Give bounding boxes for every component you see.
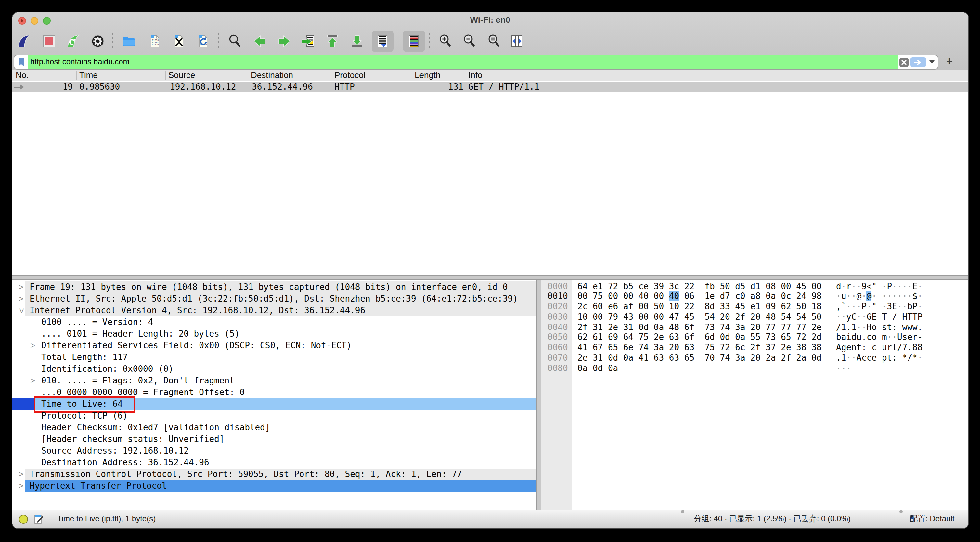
detail-row[interactable]: >Frame 19: 131 bytes on wire (1048 bits)… [12,281,536,293]
hex-row[interactable]: 00800a 0d 0a··· [541,363,968,374]
go-first-packet-icon[interactable] [325,33,340,48]
detail-row[interactable]: >Hypertext Transfer Protocol [12,480,536,492]
detail-row-text: Destination Address: 36.152.44.96 [41,456,209,468]
stop-capture-icon[interactable] [41,33,57,48]
expand-arrow-icon[interactable]: > [19,281,23,293]
display-filter-field[interactable]: http.host contains baidu.com [13,55,938,70]
column-separator[interactable] [165,70,166,80]
packet-cell-length: 131 [411,81,463,92]
column-header-source[interactable]: Source [168,70,195,81]
column-separator[interactable] [411,70,411,80]
packet-list-header[interactable]: No.TimeSourceDestinationProtocolLengthIn… [12,70,968,81]
go-forward-icon[interactable] [277,33,291,48]
go-to-packet-icon[interactable] [301,33,315,48]
detail-row-text: 010. .... = Flags: 0x2, Don't fragment [41,375,235,386]
hex-row[interactable]: 001000 75 00 00 40 00 40 06 1e d7 c0 a8 … [541,291,968,302]
close-file-icon[interactable] [171,33,186,48]
selection-branch-highlight [12,398,35,410]
filter-clear-button[interactable] [899,57,908,67]
column-separator[interactable] [465,70,465,80]
hex-row[interactable]: 005062 61 69 64 75 2e 63 6f 6d 0d 0a 55 … [541,332,968,343]
hex-bytes: 2f 31 2e 31 0d 0a 48 6f 73 74 3a 20 77 7… [578,322,822,332]
column-separator[interactable] [76,70,77,80]
column-header-time[interactable]: Time [79,70,98,81]
column-header-length[interactable]: Length [415,70,441,81]
detail-row[interactable]: Identification: 0x0000 (0) [12,363,536,375]
detail-row[interactable]: >Ethernet II, Src: Apple_50:d5:d1 (3c:22… [12,293,536,304]
column-header-info[interactable]: Info [468,70,482,81]
go-back-icon[interactable] [252,33,267,48]
hex-row[interactable]: 000064 e1 72 b5 ce 39 3c 22 fb 50 d5 d1 … [541,281,968,291]
packet-cell-info: GET / HTTP/1.1 [468,81,539,92]
hex-row[interactable]: 00202c 60 e6 af 00 50 10 22 8d 33 45 e1 … [541,302,968,312]
detail-row[interactable]: >Differentiated Services Field: 0x00 (DS… [12,340,536,351]
expand-arrow-icon[interactable]: > [19,468,23,480]
column-header-no[interactable]: No. [16,70,29,81]
expand-arrow-icon[interactable]: > [19,480,23,492]
open-file-icon[interactable] [121,33,137,48]
filter-input[interactable]: http.host contains baidu.com [28,55,898,69]
detail-row[interactable]: Protocol: TCP (6) [12,410,536,421]
start-capture-icon[interactable] [16,33,31,48]
find-packet-icon[interactable] [228,33,242,48]
hex-offset: 0030 [547,312,568,322]
auto-scroll-icon[interactable] [371,30,393,52]
go-last-packet-icon[interactable] [349,33,364,48]
colorize-packets-icon[interactable] [402,30,425,52]
detail-row[interactable]: Total Length: 117 [12,351,536,363]
detail-row[interactable]: Header Checksum: 0x1ed7 [validation disa… [12,421,536,433]
detail-row[interactable]: Destination Address: 36.152.44.96 [12,456,536,468]
packet-details-pane[interactable]: >Frame 19: 131 bytes on wire (1048 bits)… [12,280,536,510]
collapse-arrow-icon[interactable]: > [15,308,27,313]
detail-row[interactable]: 0100 .... = Version: 4 [12,316,536,328]
detail-row[interactable]: >Internet Protocol Version 4, Src: 192.1… [12,304,536,316]
column-separator[interactable] [250,70,250,80]
hex-ascii: ··yC··GE T / HTTP [836,312,923,322]
detail-row[interactable]: >010. .... = Flags: 0x2, Don't fragment [12,375,536,386]
filter-dropdown-arrow[interactable] [929,60,934,64]
capture-options-icon[interactable] [90,33,105,48]
packet-cell-destination: 36.152.44.96 [252,81,313,92]
hex-row[interactable]: 003010 00 79 43 00 00 47 45 54 20 2f 20 … [541,312,968,322]
hex-ascii: ··· [836,363,851,374]
svg-text:01110: 01110 [152,43,158,46]
zoom-out-icon[interactable] [462,33,477,48]
packet-cell-protocol: HTTP [334,81,355,92]
toolbar-separator [113,33,113,49]
expand-arrow-icon[interactable]: > [30,375,35,386]
expand-arrow-icon[interactable]: > [19,293,23,304]
detail-row-text: Protocol: TCP (6) [41,410,128,421]
hex-offset: 0010 [547,291,568,302]
filter-add-button[interactable]: + [943,54,955,68]
expand-arrow-icon[interactable]: > [30,340,35,351]
save-file-icon[interactable]: 010100110101110 [147,33,162,48]
hex-dump-pane[interactable]: 000064 e1 72 b5 ce 39 3c 22 fb 50 d5 d1 … [541,280,968,510]
horizontal-splitter[interactable] [12,275,968,280]
hex-bytes: 2c 60 e6 af 00 50 10 22 8d 33 45 e1 09 6… [578,302,822,312]
filter-apply-button[interactable] [910,57,926,67]
hex-row[interactable]: 00402f 31 2e 31 0d 0a 48 6f 73 74 3a 20 … [541,322,968,332]
zoom-original-icon[interactable] [487,33,501,48]
hex-row[interactable]: 006041 67 65 6e 74 3a 20 63 75 72 6c 2f … [541,342,968,353]
detail-row[interactable]: .... 0101 = Header Length: 20 bytes (5) [12,328,536,340]
packet-row[interactable]: 190.985630192.168.10.1236.152.44.96HTTP1… [12,81,968,92]
detail-row[interactable]: [Header checksum status: Unverified] [12,433,536,445]
hex-bytes: 41 67 65 6e 74 3a 20 63 75 72 6c 2f 37 2… [578,342,822,353]
hex-row[interactable]: 00702e 31 0d 0a 41 63 63 65 70 74 3a 20 … [541,353,968,363]
column-header-destination[interactable]: Destination [251,70,293,81]
detail-row-text: .... 0101 = Header Length: 20 bytes (5) [41,328,240,340]
resize-columns-icon[interactable] [509,33,524,48]
hex-offset: 0040 [547,322,568,332]
vertical-splitter[interactable] [536,280,541,510]
column-header-protocol[interactable]: Protocol [334,70,365,81]
zoom-in-icon[interactable] [438,33,453,48]
reload-file-icon[interactable]: 01110 [196,33,210,48]
detail-row[interactable]: Time to Live: 64 [12,398,536,410]
column-separator[interactable] [331,70,331,80]
filter-bookmark-icon[interactable] [14,55,28,69]
detail-row[interactable]: >Transmission Control Protocol, Src Port… [12,468,536,480]
restart-capture-icon[interactable] [66,33,81,48]
detail-row[interactable]: Source Address: 192.168.10.12 [12,445,536,456]
hex-ascii: d·r··9<" ·P····E· [836,281,923,291]
packet-list[interactable]: 190.985630192.168.10.1236.152.44.96HTTP1… [12,81,968,275]
